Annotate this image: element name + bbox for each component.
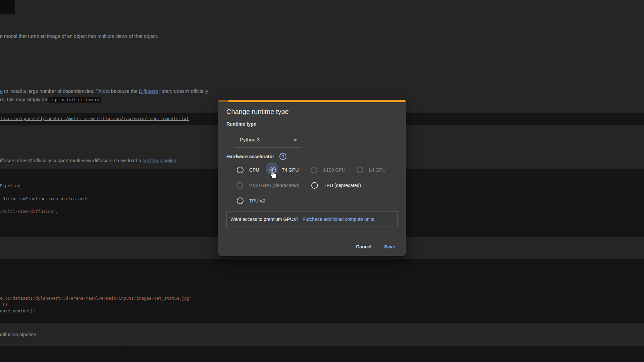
diffusers-link[interactable]: Diffusers: [139, 88, 158, 94]
requirements-url-text[interactable]: face.co/spaces/dylanebert/multi-view-dif…: [0, 116, 189, 121]
cancel-button[interactable]: Cancel: [351, 241, 377, 252]
dialog-actions: Cancel Save: [351, 241, 400, 252]
code-line: /multi-view-diffusion",: [0, 209, 58, 214]
radio-label: TPU v2: [249, 198, 265, 203]
markdown-text: diffusion pipeline.: [0, 332, 38, 337]
radio-cpu[interactable]: CPU: [237, 166, 259, 174]
markdown-text: n model that turns an image of an object…: [0, 34, 158, 39]
cell-divider-line: [126, 346, 126, 362]
markdown-text: re, this may simply be: [0, 97, 48, 102]
code-identifier: onse.content: [0, 308, 30, 313]
code-identifier: rl: [0, 302, 5, 307]
radio-label: TPU (deprecated): [324, 183, 361, 188]
markdown-text: .: [101, 97, 103, 102]
radio-label: CPU: [249, 167, 259, 173]
radio-tpu-deprecated[interactable]: TPU (deprecated): [311, 181, 361, 189]
radio-circle[interactable]: [311, 167, 317, 173]
hardware-accelerator-label: Hardware accelerator: [226, 154, 274, 159]
chevron-down-icon: [293, 139, 297, 141]
radio-t4-gpu[interactable]: T4 GPU: [269, 166, 299, 174]
markdown-text: .: [176, 158, 178, 163]
code-identifier: DiffusionPipeline: [0, 196, 45, 201]
markdown-pip-line: re, this may simply be pip install diffu…: [0, 97, 103, 102]
save-button[interactable]: Save: [379, 241, 400, 252]
radio-label: V100 GPU (deprecated): [249, 183, 299, 188]
code-cell-fetch-image[interactable]: e.co/datasets/dylanebert/3d-arena/resolv…: [0, 259, 644, 323]
top-left-dark-patch: [0, 0, 15, 14]
radio-tpu-v2[interactable]: TPU v2: [237, 197, 265, 205]
runtime-type-label: Runtime type: [226, 121, 256, 127]
code-function: .from_pretrained: [45, 196, 86, 201]
truncated-link-fragment[interactable]: e: [0, 88, 3, 94]
change-runtime-type-dialog: Change runtime type /* position fix appl…: [218, 100, 406, 256]
code-line: e.co/datasets/dylanebert/3d-arena/resolv…: [0, 296, 192, 301]
radio-circle[interactable]: [357, 167, 363, 173]
dialog-title: Change runtime type: [226, 108, 289, 116]
code-line: DiffusionPipeline.from_pretrained(: [0, 196, 88, 201]
code-line: Pipeline: [0, 183, 20, 188]
radio-label: L4 GPU: [369, 167, 386, 173]
code-line: rl): [0, 302, 8, 307]
radio-a100-gpu[interactable]: A100 GPU: [311, 166, 345, 174]
dialog-progress-bar: [218, 100, 406, 102]
code-paren: (: [86, 196, 89, 201]
markdown-text: library doesn't officially: [158, 88, 208, 94]
markdown-text: to install a large number of dependencie…: [3, 88, 139, 94]
code-cell-bottom[interactable]: [0, 346, 644, 362]
radio-l4-gpu[interactable]: L4 GPU: [357, 166, 386, 174]
banner-question: Want access to premium GPUs?: [230, 217, 299, 222]
code-paren: )): [30, 308, 35, 313]
premium-gpu-banner: Want access to premium GPUs? Purchase ad…: [226, 212, 398, 227]
code-line: onse.content)): [0, 308, 35, 313]
code-string: /multi-view-diffusion": [0, 209, 56, 214]
code-paren: ): [5, 302, 8, 307]
radio-circle[interactable]: [236, 182, 243, 189]
markdown-text: iffusers doesn't officially support mult…: [0, 158, 143, 163]
hardware-accelerator-row: Hardware accelerator ?: [226, 153, 286, 160]
markdown-dependencies-line: e to install a large number of dependenc…: [0, 88, 208, 94]
radio-v100-gpu-deprecated[interactable]: V100 GPU (deprecated): [236, 181, 299, 189]
radio-circle-selected[interactable]: [269, 167, 276, 173]
radio-circle[interactable]: [237, 167, 244, 173]
help-icon[interactable]: ?: [279, 153, 286, 160]
markdown-outro-line: diffusion pipeline.: [0, 332, 38, 337]
code-comma: ,: [56, 209, 58, 214]
code-string-url[interactable]: e.co/datasets/dylanebert/3d-arena/resolv…: [0, 296, 192, 301]
colab-notebook-dimmed-background: n model that turns an image of an object…: [0, 0, 644, 362]
runtime-type-value: Python 3: [240, 137, 260, 142]
markdown-intro-line: n model that turns an image of an object…: [0, 34, 158, 39]
radio-circle[interactable]: [237, 197, 244, 204]
progress-bar-fill: [228, 100, 406, 102]
radio-circle[interactable]: [311, 182, 318, 189]
radio-label: A100 GPU: [323, 167, 345, 173]
markdown-custom-pipeline-line: iffusers doesn't officially support mult…: [0, 158, 178, 163]
inline-code-chip: pip install diffusers: [48, 97, 101, 103]
radio-label: T4 GPU: [282, 167, 299, 173]
custom-pipeline-link[interactable]: custom pipeline: [143, 158, 176, 163]
purchase-compute-units-link[interactable]: Purchase additional compute units: [303, 217, 374, 222]
runtime-type-select[interactable]: Python 3: [235, 133, 301, 147]
